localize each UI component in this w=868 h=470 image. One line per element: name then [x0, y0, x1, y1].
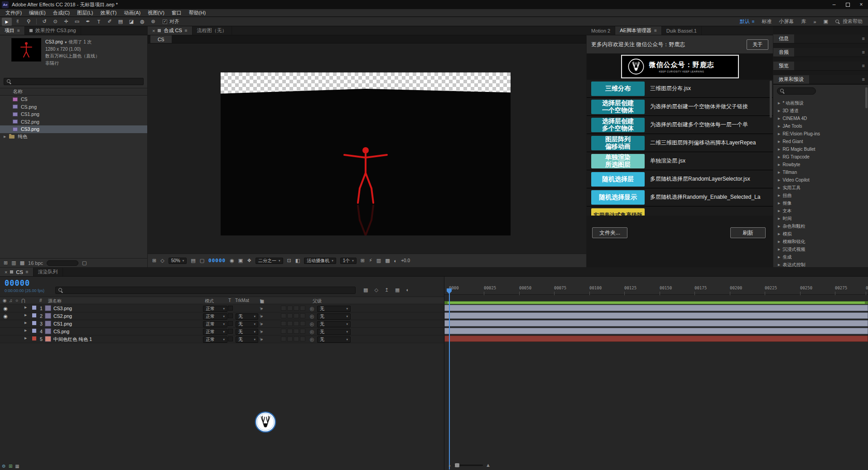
transparency-grid-icon[interactable]: ◧ — [295, 258, 300, 264]
expand-arrow-icon[interactable]: ▶ — [778, 101, 780, 105]
time-ruler[interactable]: 0000 00025 00050 00075 00100 00125 00150… — [444, 277, 868, 295]
expand-arrow-icon[interactable]: ▶ — [778, 186, 780, 190]
effects-category[interactable]: ▶CINEMA 4D — [773, 115, 865, 122]
always-preview-icon[interactable]: ⊞ — [152, 258, 156, 264]
project-item-footage[interactable]: CS2.png — [0, 118, 147, 126]
layer-mode-dropdown[interactable]: 正常 — [203, 321, 227, 327]
layer-name[interactable]: CS1.png — [53, 321, 72, 326]
expand-arrow-icon[interactable]: ▶ — [778, 232, 780, 236]
fast-preview-icon[interactable]: ⚡ — [369, 258, 372, 264]
expand-arrow-icon[interactable]: ▶ — [778, 109, 780, 113]
effects-category[interactable]: ▶抠像 — [773, 199, 865, 207]
expand-arrow-icon[interactable]: ▶ — [778, 125, 780, 128]
solid-layer-duration-bar[interactable] — [444, 336, 868, 342]
layer-row[interactable]: ▶ 3 CS1.png 正常 无 ✦\ ◎ 无 — [0, 320, 444, 328]
tab-effect-controls[interactable]: 效果控件 CS3.png — [25, 26, 81, 35]
pixel-aspect-icon[interactable]: ⊞ — [361, 258, 365, 264]
parent-pickwhip-icon[interactable]: ◎ — [310, 336, 314, 342]
effects-category[interactable]: ▶JAe Tools — [773, 122, 865, 130]
name-column-header[interactable]: 名称 — [13, 88, 23, 95]
layer-parent-dropdown[interactable]: 无 — [317, 306, 351, 312]
align-checkbox[interactable]: ✓ — [163, 19, 167, 24]
shape-tool-icon[interactable]: ▭ — [72, 18, 82, 26]
view-layout-dropdown[interactable]: 1个 — [340, 258, 357, 264]
lock-column-icon[interactable]: ⋂ — [21, 298, 25, 303]
zoom-in-icon[interactable]: ▲ — [486, 462, 491, 468]
magnification-dropdown[interactable]: 50% — [169, 258, 187, 264]
toggle-transfer-icon[interactable]: ▦ — [15, 464, 19, 469]
layer-switch-boxes[interactable] — [281, 306, 305, 311]
region-of-interest-icon[interactable]: ▢ — [200, 258, 204, 264]
project-item-footage-selected[interactable]: CS3.png — [0, 125, 147, 133]
menu-effect[interactable]: 效果(T) — [96, 10, 120, 16]
expand-arrow-icon[interactable]: ▶ — [778, 163, 780, 167]
tab-project[interactable]: 项目 ≡ — [0, 26, 25, 35]
draft-3d-icon[interactable]: ◇ — [374, 287, 378, 293]
workspace-small-screen[interactable]: 小屏幕 — [779, 18, 794, 25]
workspace-grid-icon[interactable]: ▣ — [824, 19, 828, 24]
layer-parent-dropdown[interactable]: 无 — [317, 321, 351, 327]
mini-flowchart-icon[interactable]: ▩ — [363, 287, 368, 293]
menu-file[interactable]: 文件(F) — [2, 10, 25, 16]
layer-expand-arrow[interactable]: ▶ — [24, 313, 27, 317]
layer-expand-arrow[interactable]: ▶ — [24, 329, 27, 332]
tab-flowchart[interactable]: 流程图（无） — [193, 26, 232, 35]
resolution-dropdown[interactable]: 二分之一 — [256, 258, 283, 264]
source-name-column[interactable]: 源名称 — [48, 298, 62, 304]
effects-category[interactable]: ▶沉浸式视频 — [773, 245, 865, 253]
effects-category[interactable]: ▶Tillman — [773, 168, 865, 176]
mode-column[interactable]: 模式 — [205, 298, 214, 304]
expand-arrow-icon[interactable]: ▶ — [778, 132, 780, 136]
script-run-button[interactable]: 图层阵列 偏移动画 — [591, 136, 645, 150]
layer-color-swatch[interactable] — [32, 313, 36, 317]
restore-button[interactable] — [841, 0, 854, 9]
tab-composition-cs[interactable]: × 合成 CS ≡ — [148, 26, 193, 35]
puppet-pin-tool-icon[interactable]: ⊚ — [148, 18, 158, 26]
track-row[interactable] — [444, 335, 868, 343]
tab-motion2[interactable]: Motion 2 — [587, 26, 615, 35]
layer-mode-dropdown[interactable]: 正常 — [203, 336, 227, 343]
panel-menu-icon[interactable]: ≡ — [185, 28, 188, 33]
menu-help[interactable]: 帮助(H) — [185, 10, 209, 16]
effects-category[interactable]: ▶时间 — [773, 215, 865, 222]
workspace-standard[interactable]: 标准 — [762, 18, 772, 25]
layer-expand-arrow[interactable]: ▶ — [24, 321, 27, 325]
script-list-scrollbar[interactable] — [770, 81, 772, 118]
active-camera-dropdown[interactable]: 活动摄像机 — [304, 258, 336, 264]
snap-align-toggle[interactable]: ✓ 对齐 — [163, 18, 179, 25]
tab-audio[interactable]: 音频 — [773, 48, 794, 57]
layer-t-checkbox[interactable] — [228, 313, 233, 318]
layer-name[interactable]: CS.png — [53, 329, 69, 334]
tab-render-queue[interactable]: 渲染队列 — [34, 268, 63, 276]
effects-category[interactable]: ▶3D 通道 — [773, 107, 865, 115]
layer-trkmat-dropdown[interactable]: 无 — [236, 336, 258, 343]
layer-parent-dropdown[interactable]: 无 — [317, 313, 351, 320]
layer-mode-dropdown[interactable]: 正常 — [203, 306, 227, 312]
panel-menu-icon[interactable]: ≡ — [26, 269, 29, 274]
timeline-button-icon[interactable]: ▥ — [376, 258, 381, 264]
script-run-button[interactable]: 三维分布 — [591, 82, 645, 96]
close-tab-icon[interactable]: × — [152, 28, 155, 34]
trash-icon[interactable]: ▢ — [82, 260, 87, 266]
trkmat-column[interactable]: TrkMat — [235, 298, 249, 303]
script-run-button[interactable]: 随机选择层 — [591, 172, 645, 187]
project-item-footage[interactable]: CS.png — [0, 103, 147, 111]
panel-menu-icon[interactable]: ≡ — [862, 36, 865, 41]
layer-name[interactable]: CS2.png — [53, 313, 72, 319]
effects-category[interactable]: ▶扭曲 — [773, 192, 865, 199]
expand-arrow-icon[interactable]: ▶ — [778, 155, 780, 159]
layer-parent-dropdown[interactable]: 无 — [317, 329, 351, 335]
expand-arrow-icon[interactable]: ▶ — [778, 255, 780, 259]
character-rig-figure[interactable] — [336, 145, 395, 235]
rotation-tool-icon[interactable]: ↺ — [39, 18, 49, 26]
reset-exposure-icon[interactable]: ◐ — [394, 258, 397, 264]
expand-arrow-icon[interactable]: ▶ — [778, 148, 780, 151]
layer-t-checkbox[interactable] — [228, 306, 233, 311]
effects-category[interactable]: ▶* 动画预设 — [773, 99, 865, 107]
track-row[interactable] — [444, 312, 868, 320]
render-engine-pill[interactable] — [47, 260, 78, 266]
layer-mode-dropdown[interactable]: 正常 — [203, 329, 227, 335]
layer-trkmat-dropdown[interactable]: 无 — [236, 329, 258, 335]
layer-parent-dropdown[interactable]: 无 — [317, 336, 351, 343]
pan-behind-tool-icon[interactable]: ✛ — [61, 18, 71, 26]
